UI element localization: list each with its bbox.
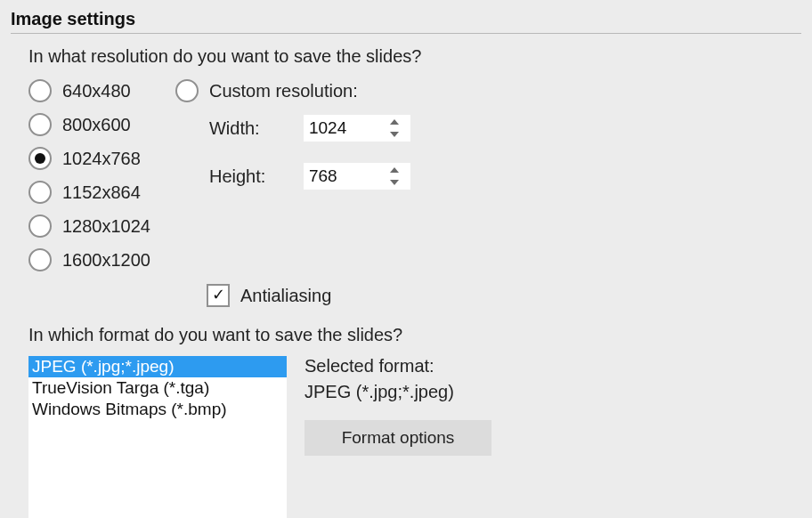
- radio-resolution-800x600[interactable]: 800x600: [28, 111, 150, 138]
- antialiasing-checkbox[interactable]: ✓: [207, 284, 230, 307]
- width-input[interactable]: [304, 115, 386, 142]
- section-title: Image settings: [11, 9, 801, 34]
- radio-button[interactable]: [28, 214, 52, 238]
- width-spinbox[interactable]: [304, 115, 410, 142]
- format-prompt: In which format do you want to save the …: [28, 325, 801, 345]
- radio-button[interactable]: [28, 248, 52, 271]
- radio-custom-resolution[interactable]: [175, 79, 199, 102]
- height-spinbox[interactable]: [304, 163, 410, 190]
- list-item[interactable]: TrueVision Targa (*.tga): [28, 377, 287, 399]
- check-icon: ✓: [212, 287, 225, 303]
- radio-resolution-1600x1200[interactable]: 1600x1200: [28, 247, 150, 273]
- format-listbox[interactable]: JPEG (*.jpg;*.jpeg)TrueVision Targa (*.t…: [28, 356, 287, 518]
- radio-button[interactable]: [28, 113, 52, 136]
- resolution-radio-group: 640x480800x6001024x7681152x8641280x10241…: [28, 77, 150, 273]
- height-step-up[interactable]: [386, 164, 403, 176]
- chevron-up-icon: [390, 119, 399, 125]
- radio-label: 1600x1200: [62, 250, 150, 271]
- radio-resolution-1152x864[interactable]: 1152x864: [28, 179, 150, 206]
- resolution-prompt: In what resolution do you want to save t…: [28, 46, 801, 67]
- chevron-down-icon: [390, 132, 399, 137]
- selected-format-label: Selected format:: [304, 356, 491, 376]
- height-step-down[interactable]: [386, 176, 403, 189]
- width-step-down[interactable]: [386, 128, 403, 141]
- radio-button[interactable]: [28, 147, 52, 170]
- custom-resolution-label: Custom resolution:: [209, 81, 358, 101]
- radio-label: 1280x1024: [62, 216, 150, 237]
- height-label: Height:: [209, 166, 295, 187]
- antialiasing-label: Antialiasing: [240, 286, 331, 306]
- radio-label: 1152x864: [62, 182, 141, 203]
- width-label: Width:: [209, 118, 295, 139]
- chevron-down-icon: [390, 180, 399, 185]
- height-input[interactable]: [304, 163, 386, 190]
- radio-button[interactable]: [28, 79, 52, 102]
- selected-format-value: JPEG (*.jpg;*.jpeg): [304, 382, 491, 402]
- list-item[interactable]: Windows Bitmaps (*.bmp): [28, 399, 287, 420]
- radio-label: 800x600: [62, 115, 131, 135]
- radio-resolution-640x480[interactable]: 640x480: [28, 77, 150, 104]
- list-item[interactable]: JPEG (*.jpg;*.jpeg): [28, 356, 287, 377]
- width-step-up[interactable]: [386, 116, 403, 128]
- radio-button[interactable]: [28, 181, 52, 204]
- chevron-up-icon: [390, 167, 399, 173]
- radio-resolution-1280x1024[interactable]: 1280x1024: [28, 213, 150, 239]
- format-options-button[interactable]: Format options: [304, 420, 491, 456]
- radio-label: 1024x768: [62, 149, 141, 169]
- radio-resolution-1024x768[interactable]: 1024x768: [28, 145, 150, 172]
- radio-label: 640x480: [62, 81, 131, 101]
